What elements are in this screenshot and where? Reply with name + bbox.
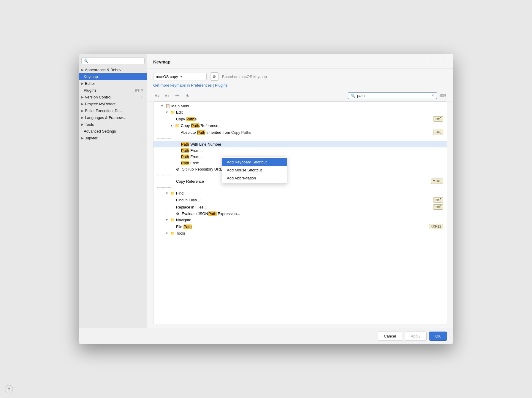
tree-item-label: Copy Path/Reference... (181, 123, 221, 128)
shortcut-display: ⌥⌘F12 (429, 224, 443, 229)
gear-button[interactable]: ⚙ (210, 72, 218, 81)
arrow-icon: ▶ (81, 136, 84, 140)
dialog-body: 🔍 ▶ Appearance & Behav Keymap ▶ Editor P… (79, 54, 453, 328)
sidebar-item-label: Keymap (84, 74, 143, 79)
collapse-all-button[interactable]: ≡↑ (163, 92, 171, 99)
collapse-icon[interactable]: ▼ (161, 104, 164, 108)
sidebar-item-tools[interactable]: ▶ Tools (79, 121, 147, 128)
apply-button[interactable]: Apply (405, 332, 427, 341)
add-abbreviation-item[interactable]: Add Abbreviation (222, 174, 287, 182)
sidebar-item-keymap[interactable]: Keymap (79, 73, 147, 80)
keymap-dropdown[interactable]: macOS copy ▼ (153, 73, 207, 80)
tree-row[interactable]: Copy Reference ⌥⇧⌘C (153, 178, 447, 185)
sidebar-item-label: Editor (85, 81, 143, 86)
folder-icon: 📁 (170, 191, 175, 195)
sidebar-item-label: Project: MyRefact… (85, 102, 140, 106)
page-title: Keymap (153, 59, 170, 64)
search-box: 🔍 ✕ (348, 92, 437, 99)
find-action-button[interactable]: ⌨ (439, 92, 447, 99)
main-header: Keymap ← → (147, 54, 453, 69)
collapse-icon[interactable]: ▼ (165, 218, 169, 222)
settings-dialog: 🔍 ▶ Appearance & Behav Keymap ▶ Editor P… (79, 54, 453, 344)
sidebar-item-label: Build, Execution, De… (85, 109, 143, 113)
add-keyboard-shortcut-item[interactable]: Add Keyboard Shortcut (222, 158, 287, 166)
sidebar-search-input[interactable] (89, 59, 142, 63)
shortcut-key: ⌥⌘F12 (429, 224, 443, 229)
sidebar-item-jupyter[interactable]: ▶ Jupyter ⊞ (79, 135, 147, 141)
keymap-get-more-link[interactable]: Get more keymaps in Preferences | Plugin… (153, 83, 447, 87)
sidebar-item-label: Languages & Framew… (85, 115, 143, 120)
sidebar-item-languages[interactable]: ▶ Languages & Framew… (79, 114, 147, 121)
tree-item-label: Path From... (181, 148, 203, 153)
tree-item-label: Tools (176, 231, 185, 235)
tree-row[interactable]: Path With Line Number (153, 141, 447, 147)
tree-row[interactable]: ▼ 📁 Find (153, 190, 447, 196)
tree-row[interactable]: Replace in Files... ⇧⌘R (153, 203, 447, 211)
collapse-icon[interactable]: ▼ (165, 232, 169, 235)
sidebar-search[interactable]: 🔍 (81, 57, 145, 64)
cancel-button[interactable]: Cancel (378, 332, 402, 341)
search-input[interactable] (357, 93, 430, 98)
dropdown-arrow-icon: ▼ (180, 75, 183, 78)
shortcut-display: ⌥⇧⌘C (431, 179, 443, 184)
sidebar-item-build[interactable]: ▶ Build, Execution, De… (79, 107, 147, 114)
tree-row[interactable]: Absolute Path inherited from Copy Paths … (153, 129, 447, 136)
sidebar-search-icon: 🔍 (83, 58, 88, 63)
sidebar-item-label: Advanced Settings (84, 129, 143, 133)
tree-item-label: Path From... (181, 155, 203, 159)
add-mouse-shortcut-item[interactable]: Add Mouse Shortcut (222, 166, 287, 174)
sidebar-item-plugins[interactable]: Plugins 1 ⊞ (79, 87, 147, 94)
search-clear-button[interactable]: ✕ (431, 93, 434, 98)
tree-item-label: Copy Reference (176, 179, 204, 184)
tree-row[interactable]: ▼ 📁 Edit (153, 109, 447, 115)
separator: ------------ (153, 172, 447, 178)
tree-row[interactable]: ▼ 📁 Copy Path/Reference... (153, 122, 447, 129)
folder-icon: 📋 (165, 104, 170, 108)
collapse-icon[interactable]: ▼ (170, 124, 174, 127)
ok-button[interactable]: OK (429, 332, 447, 341)
tree-item-label: Path With Line Number (181, 142, 221, 147)
tree-row[interactable]: Path From... (153, 147, 447, 154)
sidebar-item-label: Appearance & Behav (85, 68, 143, 72)
tree-item-label: Replace in Files... (176, 205, 207, 209)
collapse-icon[interactable]: ▼ (165, 192, 169, 195)
tree-row[interactable]: ⊙ GitHub Repository URL (153, 166, 447, 172)
tree-item-label: File Path (176, 225, 192, 229)
tree-row[interactable]: ▼ 📁 Navigate (153, 217, 447, 223)
arrow-icon: ▶ (81, 109, 84, 112)
shortcut-key: ⇧⌘C (433, 130, 443, 135)
sidebar-item-version-control[interactable]: ▶ Version Control ⊞ (79, 94, 147, 101)
keymap-tree: ▼ 📋 Main Menu ▼ 📁 Edit Copy Paths ⇧⌘C (153, 101, 447, 324)
tree-item-label: Path From... (181, 161, 203, 165)
tree-item-label: Copy Paths (176, 117, 197, 121)
tree-row[interactable]: ▼ 📁 Tools (153, 230, 447, 236)
sidebar-item-label: Jupyter (85, 136, 140, 140)
tree-row[interactable]: ⚙ Evaluate JSONPath Expression... (153, 211, 447, 217)
tree-row[interactable]: Path From... (153, 160, 447, 166)
tree-row[interactable]: Find in Files... ⇧⌘F (153, 196, 447, 203)
keymap-select-row: macOS copy ▼ ⚙ Based on macOS keymap (153, 72, 447, 81)
edit-shortcut-button[interactable]: ✏ (173, 92, 181, 99)
back-arrow-button[interactable]: ← (428, 58, 436, 65)
tree-item-label: Main Menu (171, 104, 190, 108)
sidebar-item-editor[interactable]: ▶ Editor (79, 80, 147, 87)
sidebar-icon: ⊞ (141, 95, 143, 99)
tree-row[interactable]: Path From... (153, 154, 447, 160)
sidebar-item-advanced[interactable]: Advanced Settings (79, 128, 147, 135)
search-icon: 🔍 (351, 93, 355, 98)
tree-row[interactable]: File Path ⌥⌘F12 (153, 223, 447, 230)
get-more-link[interactable]: Get more keymaps in Preferences | Plugin… (153, 83, 228, 87)
tree-row[interactable]: ▼ 📋 Main Menu (153, 103, 447, 109)
warning-button[interactable]: ⚠ (183, 92, 191, 99)
keymap-controls: macOS copy ▼ ⚙ Based on macOS keymap Get… (147, 69, 453, 90)
nav-arrows: ← → (428, 58, 447, 65)
sidebar-item-appearance[interactable]: ▶ Appearance & Behav (79, 66, 147, 73)
collapse-icon[interactable]: ▼ (165, 111, 169, 114)
tree-row[interactable]: Copy Paths ⇧⌘C (153, 115, 447, 122)
sidebar-item-project[interactable]: ▶ Project: MyRefact… ⊞ (79, 101, 147, 107)
shortcut-display: ⇧⌘C (433, 130, 443, 135)
github-icon: ⊙ (176, 167, 179, 171)
forward-arrow-button[interactable]: → (439, 58, 447, 65)
shortcut-key: ⇧⌘F (433, 197, 443, 203)
expand-all-button[interactable]: ≡↓ (153, 92, 161, 99)
